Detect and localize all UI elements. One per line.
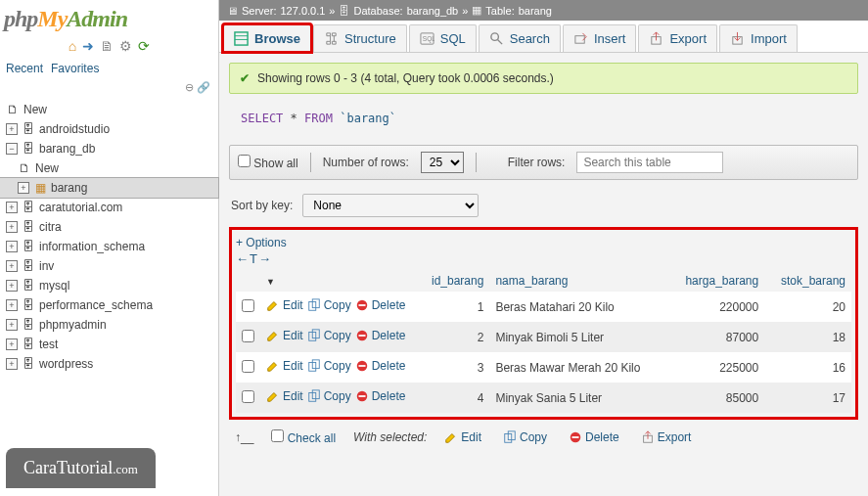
row-checkbox[interactable]: [242, 390, 254, 403]
col-harga-barang[interactable]: harga_barang: [668, 270, 765, 292]
sortkey-label: Sort by key:: [231, 199, 293, 212]
tree-new[interactable]: New: [23, 103, 47, 116]
expand-icon[interactable]: +: [6, 241, 18, 252]
table-row: Edit Copy Delete4Minyak Sania 5 Liter850…: [236, 383, 851, 413]
tree-db[interactable]: information_schema: [39, 240, 145, 253]
col-nama-barang[interactable]: nama_barang: [489, 270, 667, 292]
show-all-checkbox[interactable]: Show all: [238, 155, 298, 170]
table-row: Edit Copy Delete1Beras Matahari 20 Kilo2…: [236, 292, 851, 322]
tree-new-table[interactable]: New: [35, 161, 59, 175]
tab-recent[interactable]: Recent: [6, 62, 43, 75]
tree-table-barang[interactable]: barang: [51, 181, 87, 195]
row-edit[interactable]: Edit: [266, 329, 303, 342]
cell-id: 3: [417, 352, 489, 383]
table-row: Edit Copy Delete3Beras Mawar Merah 20 Ki…: [236, 352, 851, 383]
expand-icon[interactable]: +: [6, 358, 18, 370]
collapse-icon[interactable]: −: [6, 143, 18, 155]
settings-icon[interactable]: ⚙: [119, 38, 132, 54]
tree-db[interactable]: wordpress: [39, 357, 93, 371]
sortkey-select[interactable]: None: [302, 194, 479, 217]
tree-db[interactable]: barang_db: [39, 142, 95, 156]
expand-icon[interactable]: +: [18, 182, 29, 194]
home-icon[interactable]: ⌂: [69, 38, 76, 54]
tree-db[interactable]: mysql: [39, 279, 69, 293]
row-delete[interactable]: Delete: [355, 389, 406, 403]
expand-icon[interactable]: +: [6, 299, 18, 311]
tree-db[interactable]: performance_schema: [39, 298, 153, 312]
link-icon[interactable]: 🔗: [197, 81, 210, 93]
expand-icon[interactable]: +: [6, 260, 18, 272]
tab-sql[interactable]: SQLSQL: [409, 24, 477, 52]
row-copy[interactable]: Copy: [307, 298, 351, 312]
bulk-copy[interactable]: Copy: [503, 430, 547, 444]
tab-search[interactable]: Search: [479, 24, 561, 52]
insert-icon: [573, 31, 588, 46]
tab-export[interactable]: Export: [638, 24, 717, 52]
row-edit[interactable]: Edit: [266, 389, 303, 403]
logo[interactable]: phpMyAdmin: [0, 0, 218, 34]
tab-insert[interactable]: Insert: [563, 24, 637, 52]
cell-stok: 18: [764, 322, 851, 352]
tree-db[interactable]: citra: [39, 220, 62, 234]
column-arrows[interactable]: ←T→: [236, 251, 851, 270]
bulk-delete[interactable]: Delete: [569, 430, 619, 444]
row-checkbox[interactable]: [242, 330, 254, 342]
expand-icon[interactable]: +: [6, 338, 18, 350]
db-icon: 🗄: [22, 220, 35, 234]
table-link[interactable]: barang: [519, 5, 552, 17]
tree-db[interactable]: phpmyadmin: [39, 318, 107, 332]
tree-db[interactable]: inv: [39, 259, 54, 273]
numrows-select[interactable]: 25: [421, 152, 464, 173]
collapse-icon[interactable]: ⊖: [185, 81, 194, 93]
row-delete[interactable]: Delete: [355, 298, 406, 312]
expand-icon[interactable]: +: [6, 123, 18, 135]
bulk-export[interactable]: Export: [641, 430, 692, 444]
options-link[interactable]: + Options: [236, 234, 851, 251]
breadcrumb: 🖥 Server: 127.0.0.1 » 🗄 Database: barang…: [219, 0, 868, 21]
bulk-edit[interactable]: Edit: [444, 430, 481, 444]
logout-icon[interactable]: ➜: [82, 38, 94, 54]
tab-browse[interactable]: Browse: [223, 24, 311, 52]
tree-db[interactable]: test: [39, 338, 58, 351]
col-stok-barang[interactable]: stok_barang: [764, 270, 851, 292]
db-icon: 🗄: [22, 279, 35, 293]
row-copy[interactable]: Copy: [307, 389, 351, 403]
db-icon: 🗄: [22, 259, 35, 273]
cell-stok: 20: [764, 292, 851, 322]
rows-toolbar: Show all Number of rows: 25 Filter rows:: [229, 145, 858, 180]
expand-icon[interactable]: +: [6, 221, 18, 233]
expand-icon[interactable]: +: [6, 319, 18, 331]
sort-indicator-icon[interactable]: ▼: [266, 277, 275, 287]
row-checkbox[interactable]: [242, 299, 254, 312]
database-label: Database:: [353, 5, 402, 17]
tab-structure[interactable]: Structure: [313, 24, 407, 52]
docs-icon[interactable]: 🗎: [100, 38, 114, 54]
tab-favorites[interactable]: Favorites: [51, 62, 99, 75]
row-edit[interactable]: Edit: [266, 298, 303, 312]
new-table-icon[interactable]: 🗋: [18, 161, 31, 175]
with-selected-label: With selected:: [353, 430, 427, 444]
row-edit[interactable]: Edit: [266, 359, 303, 373]
numrows-label: Number of rows:: [323, 156, 409, 169]
tab-import[interactable]: Import: [719, 24, 798, 52]
expand-icon[interactable]: +: [6, 280, 18, 292]
tree-db[interactable]: androidstudio: [39, 122, 110, 136]
expand-icon[interactable]: +: [6, 202, 18, 213]
tree-db[interactable]: caratutorial.com: [39, 201, 122, 214]
database-link[interactable]: barang_db: [407, 5, 459, 17]
reload-icon[interactable]: ⟳: [138, 38, 150, 54]
message-text: Showing rows 0 - 3 (4 total, Query took …: [257, 71, 554, 85]
row-copy[interactable]: Copy: [307, 359, 351, 373]
row-checkbox[interactable]: [242, 360, 254, 373]
cell-stok: 16: [764, 352, 851, 383]
row-delete[interactable]: Delete: [355, 359, 406, 373]
row-copy[interactable]: Copy: [307, 329, 351, 342]
new-db-icon[interactable]: 🗋: [6, 103, 20, 116]
filter-input[interactable]: [576, 152, 723, 173]
main-panel: 🖥 Server: 127.0.0.1 » 🗄 Database: barang…: [219, 0, 868, 496]
server-link[interactable]: 127.0.0.1: [280, 5, 325, 17]
col-id-barang[interactable]: id_barang: [417, 270, 489, 292]
check-icon: ✔: [240, 71, 250, 85]
check-all[interactable]: Check all: [271, 429, 336, 445]
row-delete[interactable]: Delete: [355, 329, 406, 342]
